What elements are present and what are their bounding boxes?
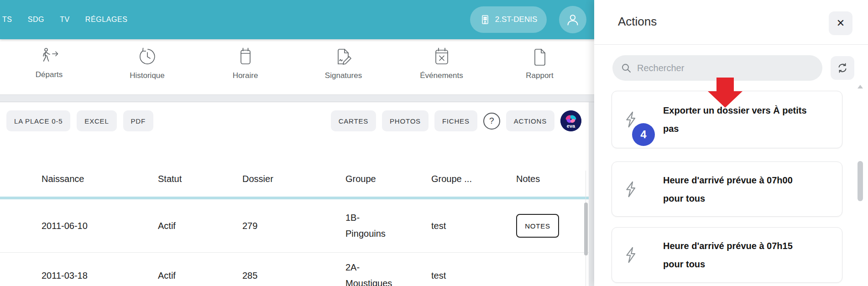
walking-person-arrow-icon [39, 47, 60, 67]
building-icon [480, 14, 491, 25]
nav-item-sdg[interactable]: SDG [28, 16, 44, 24]
action-card-export-dossier[interactable]: 4 Exporter un dossier vers À petitspas [612, 91, 842, 148]
panel-scrollbar-thumb[interactable] [858, 161, 863, 201]
notes-button[interactable]: NOTES [516, 214, 559, 238]
history-clock-icon [138, 47, 157, 68]
cell-groupe2: test [431, 221, 516, 231]
cell-naissance: 2011-03-18 [42, 270, 158, 281]
cell-naissance: 2011-06-10 [42, 221, 158, 231]
toolbar-item-evenements[interactable]: Événements [392, 39, 491, 94]
excel-button[interactable]: EXCEL [77, 110, 116, 131]
column-header-statut[interactable]: Statut [158, 174, 242, 184]
site-selector-button[interactable]: 2.ST-DENIS [470, 6, 547, 33]
toolbar-label: Événements [420, 71, 463, 80]
count-badge: 4 [632, 123, 655, 146]
eva-logo[interactable]: eva [560, 110, 581, 131]
action-card-label: Heure d'arrivé prévue à 07h00pour tous [663, 171, 793, 208]
toolbar-item-horaire[interactable]: Horaire [196, 39, 294, 94]
actionbar-left-group: LA PLACE 0-5 EXCEL PDF [6, 110, 153, 131]
toolbar-item-signatures[interactable]: Signatures [294, 39, 392, 94]
lightning-icon [624, 180, 639, 198]
refresh-icon [837, 62, 848, 73]
toolbar-label: Horaire [233, 71, 258, 80]
panel-scrollbar-up-arrow[interactable] [858, 85, 863, 88]
cell-groupe: 2A-Moustiques [345, 260, 431, 286]
table-actionbar: LA PLACE 0-5 EXCEL PDF CARTES PHOTOS FIC… [6, 110, 581, 131]
toolbar-label: Historique [130, 71, 165, 80]
action-card-label: Heure d'arrivé prévue à 07h15pour tous [663, 237, 793, 273]
user-icon [565, 12, 580, 27]
cell-dossier: 285 [242, 270, 345, 281]
calendar-x-icon [432, 47, 451, 68]
cell-statut: Actif [158, 221, 242, 231]
search-input[interactable] [637, 63, 814, 73]
photos-button[interactable]: PHOTOS [382, 110, 429, 131]
pdf-button[interactable]: PDF [123, 110, 153, 131]
column-header-groupe2[interactable]: Groupe ... [431, 174, 516, 184]
search-icon [621, 62, 632, 73]
table-row[interactable]: 2011-06-10 Actif 279 1B-Pingouins test N… [42, 199, 589, 252]
toolbar-item-departs[interactable]: Départs [0, 39, 98, 94]
column-header-notes[interactable]: Notes [516, 174, 589, 184]
nav-item-reglages[interactable]: RÉGLAGES [85, 16, 128, 24]
column-header-groupe[interactable]: Groupe [345, 174, 431, 184]
question-mark-icon: ? [489, 116, 494, 126]
site-badge-label: 2.ST-DENIS [495, 15, 538, 24]
fiches-button[interactable]: FICHES [434, 110, 477, 131]
actions-button[interactable]: ACTIONS [506, 110, 554, 131]
action-card-heure-07h00[interactable]: Heure d'arrivé prévue à 07h00pour tous [612, 161, 842, 217]
toolbar-item-historique[interactable]: Historique [98, 39, 196, 94]
panel-title: Actions [618, 15, 657, 29]
column-header-naissance[interactable]: Naissance [42, 174, 158, 184]
cartes-button[interactable]: CARTES [331, 110, 376, 131]
refresh-button[interactable] [831, 56, 854, 80]
column-header-dossier[interactable]: Dossier [242, 174, 345, 184]
lightning-icon [624, 246, 639, 264]
cell-dossier: 279 [242, 221, 345, 231]
document-pen-icon [334, 47, 354, 68]
calendar-icon [236, 47, 255, 68]
table-header-row: Naissance Statut Dossier Groupe Groupe .… [42, 174, 589, 184]
toolbar-label: Départs [36, 70, 63, 79]
cell-groupe: 1B-Pingouins [345, 210, 431, 242]
toolbar-label: Signatures [325, 71, 362, 80]
action-card-label: Exporter un dossier vers À petitspas [663, 101, 807, 138]
actions-panel: Actions ✕ 4 Exp [594, 0, 868, 286]
toolbar-item-rapport[interactable]: Rapport [491, 39, 589, 94]
svg-text:eva: eva [567, 123, 575, 129]
nav-menu: TS SDG TV RÉGLAGES [2, 0, 128, 39]
cell-groupe2: test [431, 270, 516, 281]
table-row[interactable]: 2011-03-18 Actif 285 2A-Moustiques test [42, 253, 589, 286]
actionbar-right-group: CARTES PHOTOS FICHES ? ACTIONS eva [331, 110, 581, 131]
main-content-card: LA PLACE 0-5 EXCEL PDF CARTES PHOTOS FIC… [0, 102, 589, 286]
help-button[interactable]: ? [483, 113, 500, 130]
user-account-button[interactable] [559, 6, 586, 33]
close-icon: ✕ [837, 17, 845, 29]
la-place-button[interactable]: LA PLACE 0-5 [6, 110, 70, 131]
nav-item-tv[interactable]: TV [60, 16, 70, 24]
action-card-heure-07h15[interactable]: Heure d'arrivé prévue à 07h15pour tous [612, 227, 842, 283]
nav-item-ts[interactable]: TS [2, 16, 12, 24]
document-icon [531, 47, 549, 68]
cell-notes: NOTES [516, 214, 589, 238]
cell-statut: Actif [158, 270, 242, 281]
close-panel-button[interactable]: ✕ [829, 11, 852, 35]
toolbar-label: Rapport [526, 71, 553, 80]
table-scrollbar-thumb[interactable] [584, 203, 588, 255]
actions-search[interactable] [612, 55, 822, 81]
panel-header-divider [594, 44, 868, 45]
